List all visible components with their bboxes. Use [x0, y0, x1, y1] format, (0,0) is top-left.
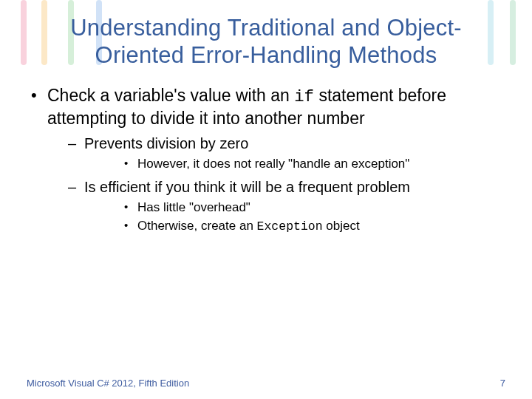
slide-footer: Microsoft Visual C# 2012, Fifth Edition …: [27, 378, 505, 389]
bullet-list: Check a variable's value with an if stat…: [27, 85, 505, 235]
bullet-l3: Otherwise, create an Exception object: [84, 218, 505, 235]
bullet-text: Is efficient if you think it will be a f…: [84, 179, 410, 195]
bullet-text: object: [323, 219, 360, 233]
bullet-text: Otherwise, create an: [137, 219, 257, 233]
bullet-l3: However, it does not really "handle an e…: [84, 156, 505, 173]
bullet-l2: Is efficient if you think it will be a f…: [47, 177, 505, 235]
bullet-text: However, it does not really "handle an e…: [137, 157, 409, 171]
footer-text: Microsoft Visual C# 2012, Fifth Edition: [27, 378, 189, 389]
bullet-l2: Prevents division by zero However, it do…: [47, 134, 505, 173]
bullet-l1: Check a variable's value with an if stat…: [27, 85, 505, 235]
bullet-text: Prevents division by zero: [84, 135, 248, 151]
bullet-text: Check a variable's value with an: [47, 86, 294, 105]
inline-code-exception: Exception: [257, 219, 323, 233]
slide: Understanding Traditional and Object-Ori…: [0, 0, 532, 399]
page-number: 7: [500, 378, 505, 389]
inline-code-if: if: [294, 87, 314, 106]
bullet-l3: Has little "overhead": [84, 200, 505, 216]
slide-title: Understanding Traditional and Object-Ori…: [27, 15, 505, 69]
bullet-text: Has little "overhead": [137, 200, 250, 214]
